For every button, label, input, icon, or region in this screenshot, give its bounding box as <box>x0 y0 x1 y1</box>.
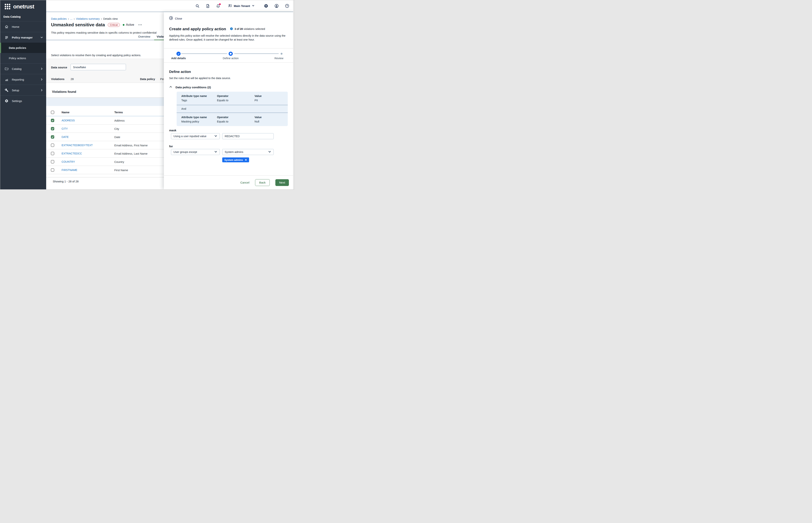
tab-overview[interactable]: Overview <box>138 34 151 40</box>
mask-method-select[interactable]: Using a user inputted value <box>171 133 220 139</box>
tenant-label: Main Tenant <box>234 4 250 7</box>
conditions-collapse-toggle[interactable]: Data policy conditions (2) <box>169 85 211 89</box>
row-checkbox[interactable] <box>51 119 54 122</box>
sidebar-item-home[interactable]: Home <box>0 21 46 32</box>
violations-count-value: 28 <box>71 77 74 80</box>
sidebar-item-policy-actions[interactable]: Policy actions <box>0 53 46 63</box>
breadcrumb-ellipsis[interactable]: ... <box>70 17 73 20</box>
folder-icon <box>4 67 8 71</box>
breadcrumb-data-policies[interactable]: Data policies <box>51 17 67 20</box>
col-attribute-type: Attribute type name <box>181 116 217 119</box>
status-indicator: Active <box>123 23 134 26</box>
severity-badge: Critical <box>108 23 120 27</box>
breadcrumb-violations-summary[interactable]: Violations summary <box>76 17 100 20</box>
violation-terms: Date <box>114 135 120 139</box>
violation-name-link[interactable]: CITY <box>61 127 68 130</box>
chip-label: System admins <box>224 159 243 161</box>
page-title: Unmasked sensitive data <box>51 22 105 28</box>
pagination-status: Showing 1 - 28 of 28 <box>53 180 79 183</box>
sidebar-item-reporting[interactable]: Reporting <box>0 74 46 85</box>
define-action-heading: Define action <box>169 70 191 74</box>
panel-footer: Cancel Back Next <box>164 176 294 190</box>
violation-name-link[interactable]: EXTRACTEDBODYTEXT <box>61 144 93 147</box>
window-scrollbar[interactable] <box>293 0 294 190</box>
breadcrumb-separator: › <box>101 17 102 20</box>
sidebar-item-settings[interactable]: Settings <box>0 95 46 106</box>
condition-operator: Equals to <box>217 120 254 123</box>
notifications-bell-icon[interactable] <box>216 4 220 8</box>
for-target-value: System admins <box>225 150 243 154</box>
step-connector <box>234 53 279 54</box>
condition-value: Null <box>254 120 283 123</box>
chevron-right-icon <box>40 89 43 92</box>
row-checkbox[interactable] <box>51 127 54 130</box>
selected-group-chip[interactable]: System admins <box>222 158 249 162</box>
column-header-terms[interactable]: Terms <box>114 111 123 114</box>
cancel-button[interactable]: Cancel <box>240 181 249 184</box>
sidebar-item-setup[interactable]: Setup <box>0 85 46 95</box>
overflow-menu-icon[interactable] <box>138 23 142 26</box>
breadcrumb-current: Details view <box>103 17 118 20</box>
violation-name-link[interactable]: ADDRESS <box>61 119 75 122</box>
panel-title: Create and apply policy action <box>169 27 226 31</box>
selection-note: i 3 of 28 violations selected <box>230 27 265 31</box>
topbar: Main Tenant ? <box>46 0 294 12</box>
row-checkbox[interactable] <box>51 135 54 139</box>
help-icon[interactable]: ? <box>285 4 289 8</box>
row-checkbox[interactable] <box>51 144 54 147</box>
breadcrumb-separator: › <box>68 17 69 20</box>
chevron-down-icon <box>252 4 255 8</box>
mask-value-input[interactable] <box>225 135 271 138</box>
col-operator: Operator <box>217 116 254 119</box>
condition-operator: Equals to <box>217 99 254 102</box>
col-value: Value <box>254 94 283 97</box>
violation-name-link[interactable]: COUNTRY <box>61 160 75 163</box>
selection-count-suffix: violations selected <box>244 28 265 31</box>
row-checkbox[interactable] <box>51 168 54 172</box>
col-value: Value <box>254 116 283 119</box>
conditions-header-row: Attribute type name Operator Value <box>177 113 288 119</box>
chevron-down-icon <box>214 134 218 138</box>
column-header-name[interactable]: Name <box>61 111 70 114</box>
sidebar-item-label: Policy actions <box>9 57 26 60</box>
chevron-down-icon <box>40 36 43 39</box>
violation-terms: City <box>114 127 119 130</box>
search-icon[interactable] <box>195 4 200 8</box>
mask-value-field <box>222 133 274 139</box>
sidebar-item-label: Policy manager <box>12 36 33 39</box>
chevron-right-icon <box>40 67 43 70</box>
brand-logo-text: onetrust <box>13 3 34 10</box>
next-button[interactable]: Next <box>275 179 289 186</box>
violation-terms: Country <box>114 160 124 163</box>
sidebar-item-policy-manager[interactable]: Policy manager <box>0 32 46 43</box>
back-button[interactable]: Back <box>255 179 270 186</box>
select-all-checkbox[interactable] <box>51 111 54 114</box>
for-method-select[interactable]: User groups except <box>171 149 220 155</box>
account-icon[interactable] <box>275 4 279 8</box>
mask-method-value: Using a user inputted value <box>173 135 206 138</box>
document-check-icon[interactable] <box>206 4 210 8</box>
violation-name-link[interactable]: EXTRACTEDCC <box>61 152 82 155</box>
sidebar: onetrust Data Catalog Home Policy manage… <box>0 0 46 190</box>
data-source-input[interactable] <box>71 64 126 70</box>
violation-name-link[interactable]: DATE <box>61 136 69 139</box>
row-checkbox[interactable] <box>51 160 54 163</box>
close-arrow-icon <box>169 16 173 21</box>
row-checkbox[interactable] <box>51 152 54 155</box>
for-target-select[interactable]: System admins <box>222 149 274 155</box>
violations-count-label: Violations <box>51 77 64 80</box>
chip-remove-icon[interactable] <box>245 159 247 161</box>
condition-value: PII <box>254 99 283 102</box>
violation-terms: First Name <box>114 168 128 172</box>
tenant-switcher[interactable]: Main Tenant <box>228 4 255 8</box>
status-label: Active <box>126 23 134 26</box>
settings-gear-icon[interactable] <box>264 4 268 8</box>
sidebar-item-label: Setup <box>12 89 19 92</box>
violation-name-link[interactable]: FIRSTNAME <box>61 168 77 172</box>
violation-terms: Email Address, Last Name <box>114 152 148 155</box>
close-button[interactable]: Close <box>169 16 182 21</box>
sidebar-item-catalog[interactable]: Catalog <box>0 63 46 74</box>
bar-chart-icon <box>4 77 8 82</box>
sidebar-item-data-policies[interactable]: Data policies <box>0 43 46 53</box>
chevron-down-icon <box>214 150 218 154</box>
